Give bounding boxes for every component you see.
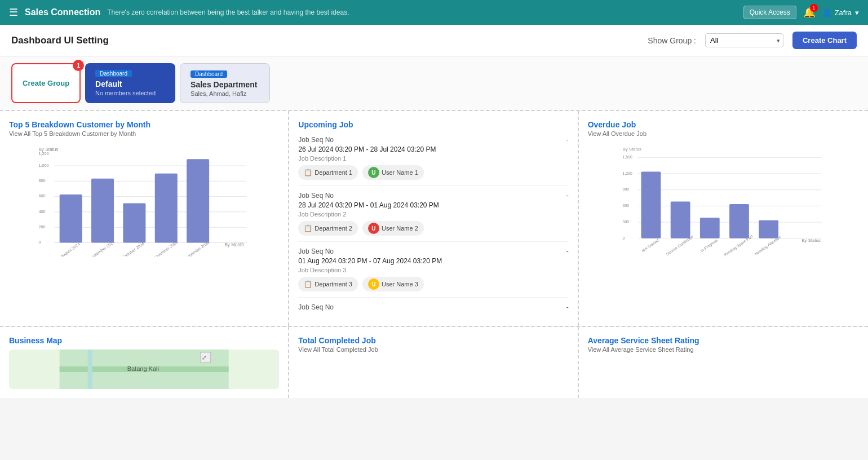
- svg-text:By Status: By Status: [622, 147, 641, 152]
- job-tags-3: 📋 Department 3 U User Name 3: [298, 277, 568, 291]
- business-map-panel: Business Map Batang Kali ⤢: [0, 327, 289, 398]
- svg-text:1,500: 1,500: [622, 155, 632, 159]
- user-name: Zafra: [835, 8, 852, 17]
- top5-chart-subtitle: View All Top 5 Breakdown Customer by Mon…: [9, 130, 279, 137]
- avg-rating-title: Average Service Sheet Rating: [588, 336, 859, 345]
- dept-icon-1: 📋: [304, 169, 312, 176]
- svg-rect-41: [729, 204, 749, 238]
- job-date-1: 26 Jul 2024 03:20 PM - 28 Jul 2024 03:20…: [298, 145, 568, 153]
- svg-text:By Status: By Status: [801, 238, 821, 243]
- svg-text:Not Started: Not Started: [641, 238, 659, 253]
- user-avatar-2: U: [368, 223, 379, 234]
- create-chart-button[interactable]: Create Chart: [792, 32, 857, 49]
- svg-rect-14: [60, 194, 82, 242]
- svg-text:1,200: 1,200: [622, 171, 632, 175]
- svg-text:600: 600: [622, 204, 629, 207]
- dept-icon-2: 📋: [304, 224, 312, 232]
- page-title: Dashboard UI Setting: [11, 35, 109, 46]
- user-name-tag-2: User Name 2: [382, 225, 418, 232]
- top5-chart-panel: Top 5 Breakdown Customer by Month View A…: [0, 111, 289, 326]
- job-item-4: Job Seq No -: [298, 298, 568, 317]
- svg-rect-17: [155, 174, 178, 243]
- group-sub-sales: Sales, Ahmad, Hafiz: [191, 90, 259, 97]
- svg-rect-51: [88, 350, 92, 389]
- overdue-chart-area: By Status 0 300 600 900 1,200 1,500: [588, 144, 859, 268]
- upcoming-job-title: Upcoming Job: [298, 120, 568, 129]
- job-date-2: 28 Jul 2024 03:20 PM - 01 Aug 2024 03:20…: [298, 201, 568, 209]
- show-group-label: Show Group :: [648, 36, 696, 45]
- dept-name-2: Department 2: [315, 225, 352, 232]
- app-title: Sales Connection: [25, 7, 100, 17]
- user-menu[interactable]: 👤 Zafra ▾: [822, 8, 859, 17]
- total-completed-title: Total Completed Job: [298, 336, 568, 345]
- svg-text:200: 200: [38, 224, 45, 229]
- group-card-default[interactable]: Dashboard Default No members selected: [85, 63, 175, 103]
- job-dept-tag-3: 📋 Department 3: [298, 277, 358, 291]
- show-group-select[interactable]: All Default Sales Department: [705, 33, 783, 47]
- svg-text:October 2024: October 2024: [122, 241, 145, 256]
- job-item-2: Job Seq No - 28 Jul 2024 03:20 PM - 01 A…: [298, 186, 568, 242]
- svg-text:⤢: ⤢: [202, 355, 206, 361]
- job-user-tag-3: U User Name 3: [362, 277, 424, 291]
- group-tag-dashboard: Dashboard: [95, 70, 132, 77]
- dept-icon-3: 📋: [304, 280, 312, 288]
- create-group-label: Create Group: [23, 79, 69, 87]
- total-completed-subtitle: View All Total Completed Job: [298, 346, 568, 353]
- svg-text:Batang Kali: Batang Kali: [127, 365, 159, 372]
- upcoming-job-panel: Upcoming Job Job Seq No - 26 Jul 2024 03…: [289, 111, 578, 326]
- user-avatar-3: U: [368, 278, 379, 290]
- job-seq-2: Job Seq No -: [298, 192, 568, 200]
- svg-rect-39: [670, 202, 690, 238]
- header-right: Quick Access 🔔 1 👤 Zafra ▾: [743, 6, 859, 19]
- svg-rect-40: [700, 218, 720, 238]
- job-date-3: 01 Aug 2024 03:20 PM - 07 Aug 2024 03:20…: [298, 257, 568, 265]
- group-tag-dashboard-2: Dashboard: [191, 70, 227, 78]
- header-tagline: There's zero correlation between being t…: [107, 8, 349, 16]
- job-seq-4: Job Seq No -: [298, 303, 568, 311]
- top-header: ☰ Sales Connection There's zero correlat…: [0, 0, 868, 25]
- job-desc-2: Job Description 2: [298, 211, 568, 218]
- user-chevron-icon: ▾: [855, 8, 859, 17]
- create-group-badge: 1: [73, 60, 84, 71]
- business-map-title: Business Map: [9, 336, 279, 345]
- svg-rect-16: [123, 203, 145, 242]
- svg-text:0: 0: [622, 236, 625, 240]
- svg-rect-15: [91, 179, 114, 243]
- job-user-tag-2: U User Name 2: [362, 221, 424, 236]
- svg-rect-18: [187, 159, 209, 242]
- user-avatar-1: U: [368, 167, 379, 178]
- job-desc-1: Job Description 1: [298, 155, 568, 162]
- overdue-job-subtitle: View All Overdue Job: [588, 130, 859, 137]
- total-completed-panel: Total Completed Job View All Total Compl…: [289, 327, 578, 398]
- top5-bar-chart-svg: By Status 0 200 400 600 800 1,000 1,200: [9, 144, 279, 256]
- avg-rating-panel: Average Service Sheet Rating View All Av…: [579, 327, 868, 398]
- svg-text:0: 0: [38, 240, 41, 245]
- svg-text:1,000: 1,000: [38, 163, 48, 168]
- toolbar: Dashboard UI Setting Show Group : All De…: [0, 25, 868, 56]
- job-item-1: Job Seq No - 26 Jul 2024 03:20 PM - 28 J…: [298, 130, 568, 186]
- groups-row: Create Group 1 Dashboard Default No memb…: [0, 56, 868, 111]
- user-name-tag-1: User Name 1: [382, 169, 418, 176]
- user-name-tag-3: User Name 3: [382, 281, 418, 288]
- overdue-job-title: Overdue Job: [588, 120, 859, 129]
- top5-chart-area: By Status 0 200 400 600 800 1,000 1,200: [9, 144, 279, 268]
- show-group-select-wrapper[interactable]: All Default Sales Department: [705, 33, 783, 47]
- svg-text:August 2024: August 2024: [59, 241, 81, 256]
- charts-row: Top 5 Breakdown Customer by Month View A…: [0, 111, 868, 327]
- svg-text:By Month: By Month: [224, 242, 244, 247]
- svg-rect-42: [759, 220, 778, 238]
- svg-text:400: 400: [38, 209, 45, 214]
- user-icon: 👤: [822, 8, 831, 17]
- menu-icon[interactable]: ☰: [9, 6, 18, 19]
- svg-text:1,200: 1,200: [38, 151, 48, 156]
- dept-name-3: Department 3: [315, 281, 352, 288]
- svg-rect-38: [641, 172, 661, 238]
- bottom-row: Business Map Batang Kali ⤢ Total Complet…: [0, 327, 868, 398]
- job-user-tag-1: U User Name 1: [362, 165, 424, 180]
- group-card-sales[interactable]: Dashboard Sales Department Sales, Ahmad,…: [180, 63, 270, 103]
- svg-text:In Progress: In Progress: [699, 238, 719, 253]
- job-dept-tag-1: 📋 Department 1: [298, 165, 358, 180]
- quick-access-button[interactable]: Quick Access: [743, 6, 796, 19]
- create-group-card[interactable]: Create Group 1: [11, 63, 81, 103]
- job-item-3: Job Seq No - 01 Aug 2024 03:20 PM - 07 A…: [298, 242, 568, 298]
